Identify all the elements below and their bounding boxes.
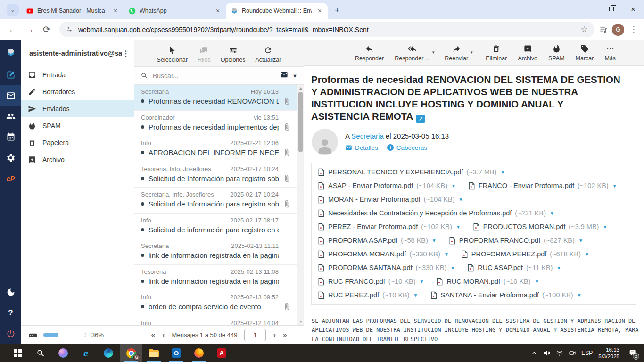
tab-close-icon[interactable]: × xyxy=(315,7,324,15)
attachment-chip[interactable]: PROFORMA SANTANA.pdf (~330 KB) ▼ xyxy=(318,264,455,272)
reply-button[interactable]: Responder xyxy=(355,44,384,62)
folder-sent[interactable]: Enviados xyxy=(21,100,134,117)
attachment-dropdown-icon[interactable]: ▼ xyxy=(535,279,539,284)
attachment-dropdown-icon[interactable]: ▼ xyxy=(585,252,589,257)
attachment-dropdown-icon[interactable]: ▼ xyxy=(556,265,561,271)
volume-button[interactable] xyxy=(540,344,553,362)
attachment-chip[interactable]: SANTANA - Enviar Proforma.pdf (~100 KB) … xyxy=(430,291,582,299)
refresh-button[interactable]: Actualizar xyxy=(256,46,281,63)
search-options-chevron-icon[interactable]: ▼ xyxy=(292,73,297,79)
calendar-nav-button[interactable] xyxy=(0,127,21,148)
folder-inbox[interactable]: Entrada xyxy=(21,66,134,83)
browser-menu-icon[interactable]: ⋮ xyxy=(628,25,639,34)
wifi-button[interactable] xyxy=(553,344,566,362)
media-controls-icon[interactable] xyxy=(599,25,608,34)
firefox-button[interactable] xyxy=(188,344,210,362)
start-button[interactable] xyxy=(7,344,29,362)
attachment-dropdown-icon[interactable]: ▼ xyxy=(577,293,582,298)
delete-button[interactable]: Eliminar xyxy=(486,44,507,62)
logout-button[interactable] xyxy=(0,323,21,344)
back-button[interactable]: ← xyxy=(5,22,21,38)
folder-spam[interactable]: SPAM xyxy=(21,117,134,134)
attachment-chip[interactable]: MORAN - Enviar Proforma.pdf (~104 KB) ▼ xyxy=(318,196,463,204)
contacts-nav-button[interactable] xyxy=(0,106,21,127)
forward-button[interactable]: → xyxy=(22,22,38,38)
compose-button[interactable] xyxy=(0,65,21,85)
restore-button[interactable] xyxy=(601,0,622,18)
attachment-dropdown-icon[interactable]: ▼ xyxy=(413,293,418,298)
attachment-dropdown-icon[interactable]: ▼ xyxy=(578,238,583,243)
message-row[interactable]: Info 2025-02-13 09:52 orden de compra se… xyxy=(134,290,297,316)
folder-trash[interactable]: Papelera xyxy=(21,134,134,151)
scroll-down-icon[interactable] xyxy=(299,321,302,323)
scrollbar-thumb[interactable] xyxy=(298,92,303,152)
attachment-dropdown-icon[interactable]: ▼ xyxy=(550,211,554,216)
headers-toggle[interactable]: i Cabeceras xyxy=(387,144,427,151)
tray-expand-button[interactable] xyxy=(528,344,540,362)
attachment-dropdown-icon[interactable]: ▼ xyxy=(459,197,463,202)
options-button[interactable]: Opciones xyxy=(221,46,246,63)
edge-button[interactable] xyxy=(97,344,120,362)
file-explorer-button[interactable] xyxy=(142,344,165,362)
attachment-dropdown-icon[interactable]: ▼ xyxy=(456,224,461,230)
attachment-dropdown-icon[interactable]: ▼ xyxy=(451,183,456,189)
attachment-chip[interactable]: ASAP - Enviar Proforma.pdf (~104 KB) ▼ xyxy=(318,182,456,190)
mark-button[interactable]: Marcar xyxy=(576,44,594,62)
attachment-dropdown-icon[interactable]: ▼ xyxy=(450,265,455,271)
folder-archive[interactable]: Archivo xyxy=(21,151,134,168)
internet-explorer-button[interactable]: e xyxy=(74,344,97,362)
minimize-button[interactable]: – xyxy=(579,0,601,18)
message-row[interactable]: Coordinador vie 13:51 Proformas de neces… xyxy=(134,111,297,137)
external-link-icon[interactable]: ↗ xyxy=(416,115,425,123)
attachment-dropdown-icon[interactable]: ▼ xyxy=(444,252,449,257)
attachment-dropdown-icon[interactable]: ▼ xyxy=(500,170,505,175)
recipient-link[interactable]: Secretaria xyxy=(351,132,383,140)
more-button[interactable]: Más xyxy=(604,44,616,62)
message-row[interactable]: Info 2025-02-21 12:06 APROBACION DEL INF… xyxy=(134,136,297,162)
attachment-chip[interactable]: PROFORMA MORAN.pdf (~330 KB) ▼ xyxy=(318,250,449,258)
folder-drafts[interactable]: Borradores xyxy=(21,83,134,100)
attachment-dropdown-icon[interactable]: ▼ xyxy=(419,279,424,284)
scroll-up-icon[interactable] xyxy=(299,87,302,90)
next-page-button[interactable]: › xyxy=(273,331,275,339)
attachment-dropdown-icon[interactable]: ▼ xyxy=(603,224,607,230)
reload-button[interactable]: ⟳ xyxy=(39,22,55,38)
cpanel-button[interactable]: cP xyxy=(0,168,21,189)
attachment-dropdown-icon[interactable]: ▼ xyxy=(432,238,437,243)
last-page-button[interactable]: » xyxy=(283,331,287,339)
reply-all-dropdown-icon[interactable]: ▼ xyxy=(431,50,435,55)
dark-mode-button[interactable] xyxy=(0,282,21,303)
select-button[interactable]: Seleccionar xyxy=(157,46,188,63)
attachment-chip[interactable]: RUC MORAN.pdf (~10 KB) ▼ xyxy=(436,278,539,286)
details-toggle[interactable]: Detalles xyxy=(345,144,378,151)
reply-all-button[interactable]: Responder ... ▼ xyxy=(395,44,430,62)
message-row[interactable]: Info 2025-02-17 08:17 Solicitud de infor… xyxy=(134,214,297,239)
archive-button[interactable]: Archivo xyxy=(518,44,537,62)
notifications-button[interactable]: 2 xyxy=(624,344,640,362)
attachment-chip[interactable]: PROFORMA ASAP.pdf (~56 KB) ▼ xyxy=(318,237,437,245)
threads-button[interactable]: Hilos xyxy=(198,46,211,63)
attachment-chip[interactable]: PERSONAL TECNICO Y EXPERIENCIA.pdf (~3.7… xyxy=(318,168,505,176)
account-menu-icon[interactable]: ⋮ xyxy=(122,49,130,58)
acrobat-button[interactable]: A xyxy=(210,344,233,362)
attachment-chip[interactable]: RUC FRANCO.pdf (~10 KB) ▼ xyxy=(318,278,424,286)
prev-page-button[interactable]: ‹ xyxy=(162,331,165,339)
copilot-button[interactable] xyxy=(52,344,74,362)
attachment-chip[interactable]: RUC PEREZ.pdf (~10 KB) ▼ xyxy=(318,291,418,299)
chrome-button[interactable]: G xyxy=(120,344,142,362)
close-button[interactable]: × xyxy=(622,0,644,18)
address-bar[interactable]: webmail.sanjuan.gob.ec/cpsess9955019202/… xyxy=(59,22,594,37)
first-page-button[interactable]: « xyxy=(151,331,155,339)
list-scrollbar[interactable] xyxy=(297,85,304,325)
spam-button[interactable]: SPAM xyxy=(548,44,565,62)
attachment-chip[interactable]: Necesidades de Contratación y Recepción … xyxy=(318,209,554,217)
forward-dropdown-icon[interactable]: ▼ xyxy=(470,50,473,55)
tab-whatsapp[interactable]: WhatsApp × xyxy=(124,3,226,19)
language-indicator[interactable]: ESP xyxy=(578,344,595,362)
bookmark-star-icon[interactable]: ☆ xyxy=(581,25,588,34)
attachment-chip[interactable]: RUC ASAP.pdf (~11 KB) ▼ xyxy=(467,264,561,272)
message-row[interactable]: Secretaria Hoy 16:13 Proformas de necesi… xyxy=(134,85,297,111)
tab-search-button[interactable]: ⌄ xyxy=(7,4,19,16)
message-row[interactable]: Info 2025-02-12 14:04 xyxy=(134,316,297,326)
message-row[interactable]: Tesoreria, Info, Joseflores 2025-02-17 1… xyxy=(134,162,297,188)
